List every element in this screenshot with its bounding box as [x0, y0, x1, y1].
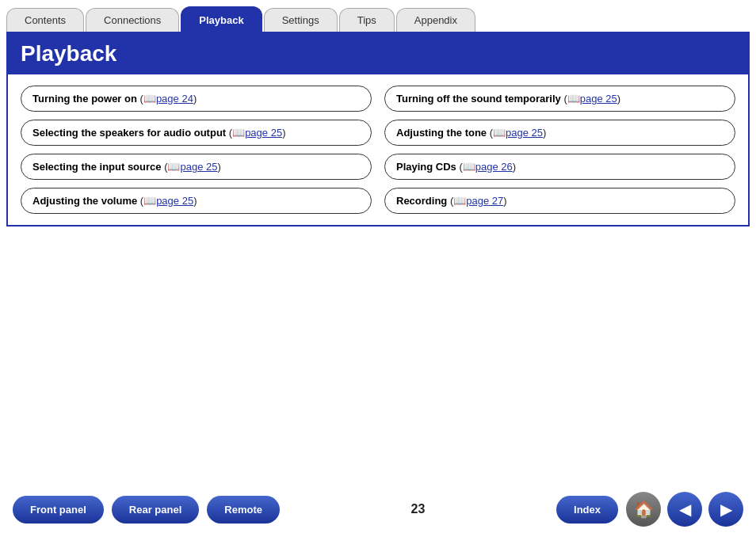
nav-item-turning-off-sound-link[interactable]: page 25: [580, 93, 617, 105]
front-panel-button[interactable]: Front panel: [13, 496, 104, 523]
nav-item-turning-power-close: ): [193, 93, 197, 105]
nav-item-turning-power-icon: (📖: [140, 93, 156, 105]
footer: Front panel Rear panel Remote 23 Index 🏠…: [0, 485, 756, 533]
nav-item-selecting-speakers-close: ): [282, 127, 285, 139]
forward-icon: ▶: [720, 500, 732, 519]
nav-item-adjusting-volume-label: Adjusting the volume: [32, 195, 137, 207]
index-button[interactable]: Index: [556, 496, 618, 523]
nav-item-adjusting-volume-close: ): [193, 195, 197, 207]
nav-item-recording-label: Recording: [396, 195, 447, 207]
nav-item-selecting-input-icon: (📖: [164, 161, 180, 173]
nav-item-turning-power-link[interactable]: page 24: [156, 93, 193, 105]
nav-item-selecting-speakers[interactable]: Selecting the speakers for audio output …: [21, 120, 372, 146]
nav-item-turning-off-sound[interactable]: Turning off the sound temporarily (📖page…: [384, 86, 735, 112]
nav-item-adjusting-volume[interactable]: Adjusting the volume (📖page 25): [21, 188, 372, 214]
nav-item-turning-off-sound-close: ): [617, 93, 620, 105]
nav-item-adjusting-volume-icon: (📖: [140, 195, 156, 207]
nav-item-playing-cds-close: ): [513, 161, 516, 173]
tab-tips[interactable]: Tips: [339, 8, 395, 32]
nav-item-playing-cds-label: Playing CDs: [396, 161, 456, 173]
nav-item-selecting-speakers-link[interactable]: page 25: [245, 127, 282, 139]
nav-item-recording-close: ): [503, 195, 506, 207]
nav-item-adjusting-tone-icon: (📖: [490, 127, 506, 139]
nav-item-playing-cds-link[interactable]: page 26: [475, 161, 513, 173]
nav-item-recording[interactable]: Recording (📖page 27): [384, 188, 735, 214]
nav-item-adjusting-tone-link[interactable]: page 25: [506, 127, 543, 139]
nav-item-adjusting-volume-link[interactable]: page 25: [156, 195, 193, 207]
home-button[interactable]: 🏠: [626, 492, 661, 527]
tab-playback[interactable]: Playback: [181, 6, 262, 32]
tab-navigation: Contents Connections Playback Settings T…: [0, 0, 756, 32]
tab-appendix[interactable]: Appendix: [396, 8, 475, 32]
page-number: 23: [288, 502, 548, 516]
back-icon: ◀: [679, 500, 691, 519]
rear-panel-button[interactable]: Rear panel: [112, 496, 199, 523]
nav-item-adjusting-tone-label: Adjusting the tone: [396, 127, 487, 139]
tab-contents[interactable]: Contents: [6, 8, 84, 32]
page-title: Playback: [8, 33, 748, 74]
nav-item-recording-icon: (📖: [450, 195, 466, 207]
nav-item-playing-cds[interactable]: Playing CDs (📖page 26): [384, 154, 735, 180]
remote-button[interactable]: Remote: [207, 496, 280, 523]
forward-button[interactable]: ▶: [708, 492, 743, 527]
nav-item-turning-off-sound-label: Turning off the sound temporarily: [396, 93, 561, 105]
tab-settings[interactable]: Settings: [264, 8, 338, 32]
nav-item-turning-power-label: Turning the power on: [32, 93, 137, 105]
nav-item-turning-power[interactable]: Turning the power on (📖page 24): [21, 86, 372, 112]
back-button[interactable]: ◀: [667, 492, 702, 527]
nav-item-turning-off-sound-icon: (📖: [563, 93, 579, 105]
nav-item-selecting-input-close: ): [218, 161, 221, 173]
nav-item-selecting-speakers-icon: (📖: [229, 127, 245, 139]
tab-connections[interactable]: Connections: [86, 8, 179, 32]
nav-item-adjusting-tone[interactable]: Adjusting the tone (📖page 25): [384, 120, 735, 146]
footer-left: Front panel Rear panel Remote: [13, 496, 280, 523]
main-content: Playback Turning the power on (📖page 24)…: [6, 32, 750, 227]
content-body: Turning the power on (📖page 24) Turning …: [8, 74, 748, 225]
nav-item-recording-link[interactable]: page 27: [466, 195, 503, 207]
nav-item-selecting-input-label: Selecting the input source: [32, 161, 162, 173]
nav-item-selecting-speakers-label: Selecting the speakers for audio output: [32, 127, 226, 139]
nav-item-selecting-input-link[interactable]: page 25: [181, 161, 218, 173]
nav-item-playing-cds-icon: (📖: [459, 161, 475, 173]
home-icon: 🏠: [634, 500, 654, 519]
nav-item-adjusting-tone-close: ): [543, 127, 546, 139]
footer-right: 🏠 ◀ ▶: [626, 492, 743, 527]
nav-item-selecting-input[interactable]: Selecting the input source (📖page 25): [21, 154, 372, 180]
